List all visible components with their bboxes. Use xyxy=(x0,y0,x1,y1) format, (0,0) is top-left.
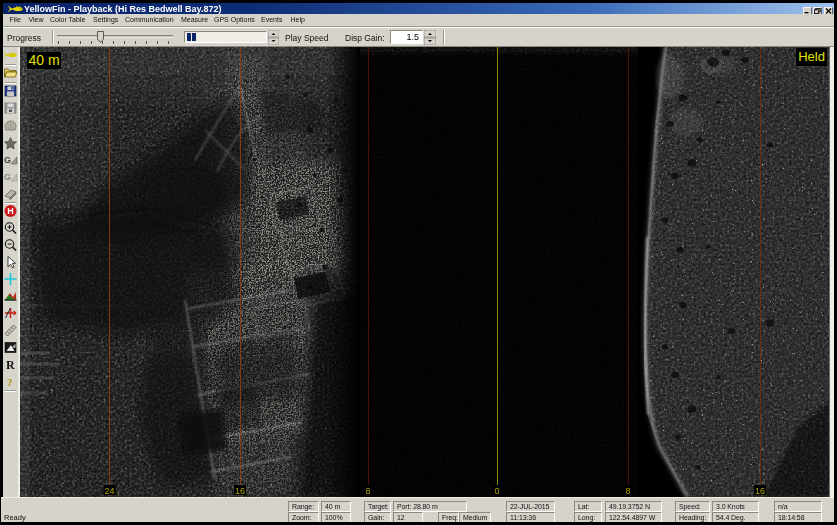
svg-text:0: 0 xyxy=(494,486,499,496)
svg-text:16: 16 xyxy=(235,486,245,496)
svg-text:16: 16 xyxy=(755,486,765,496)
svg-text:G: G xyxy=(4,172,11,182)
svg-text:R: R xyxy=(6,358,15,372)
svg-text:8: 8 xyxy=(365,486,370,496)
svg-text:8: 8 xyxy=(625,486,630,496)
svg-text:24: 24 xyxy=(104,486,114,496)
svg-text:H: H xyxy=(7,206,14,216)
svg-text:G: G xyxy=(4,155,11,165)
svg-text:?: ? xyxy=(7,376,13,388)
